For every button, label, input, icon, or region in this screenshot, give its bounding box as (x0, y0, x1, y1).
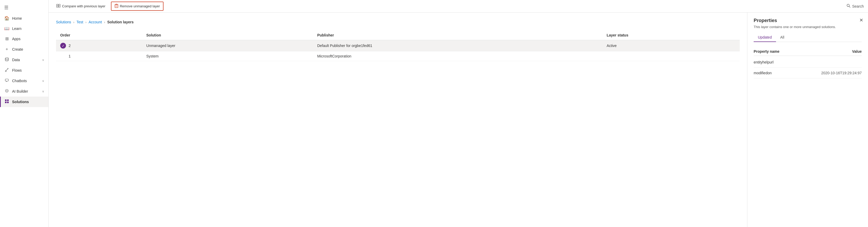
row2-order-val: 1 (69, 54, 71, 58)
properties-panel: ✕ Properties This layer contains one or … (747, 12, 868, 227)
home-icon: 🏠 (4, 16, 9, 21)
col-header-publisher: Publisher (313, 31, 602, 40)
solutions-icon (4, 99, 9, 105)
flows-icon (4, 68, 9, 73)
toolbar: Compare with previous layer Remove unman… (49, 0, 868, 12)
svg-rect-12 (115, 5, 118, 8)
sidebar-item-apps[interactable]: ⊞ Apps (0, 34, 49, 44)
sidebar-label-data: Data (12, 58, 20, 62)
chatbots-icon (4, 78, 9, 83)
breadcrumb-current: Solution layers (107, 20, 133, 24)
sidebar-label-home: Home (12, 16, 22, 21)
sidebar-item-home[interactable]: 🏠 Home (0, 13, 49, 23)
col-header-solution: Solution (142, 31, 313, 40)
learn-icon: 📖 (4, 26, 9, 31)
breadcrumb-test[interactable]: Test (76, 20, 83, 24)
col-header-order: Order (56, 31, 142, 40)
svg-rect-6 (5, 102, 7, 103)
compare-button[interactable]: Compare with previous layer (53, 2, 109, 10)
properties-close-button[interactable]: ✕ (858, 16, 864, 24)
remove-button[interactable]: Remove unmanaged layer (111, 2, 163, 11)
breadcrumb-solutions[interactable]: Solutions (56, 20, 71, 24)
sidebar-label-create: Create (12, 47, 23, 51)
table-row[interactable]: ✓ 2 Unmanaged layer Default Publisher fo… (56, 40, 740, 51)
svg-point-0 (5, 58, 8, 59)
sidebar-label-ai-builder: AI Builder (12, 89, 28, 93)
col-header-layer-status: Layer status (602, 31, 740, 40)
svg-point-16 (847, 4, 849, 7)
hamburger-icon[interactable]: ☰ (0, 2, 49, 13)
prop-col-value-header: Value (808, 49, 862, 53)
sidebar-label-solutions: Solutions (12, 100, 29, 104)
row1-solution: Unmanaged layer (142, 40, 313, 51)
row1-publisher: Default Publisher for orgbe1fed61 (313, 40, 602, 51)
row2-publisher: MicrosoftCorporation (313, 51, 602, 61)
compare-btn-label: Compare with previous layer (62, 4, 105, 8)
sidebar-item-learn[interactable]: 📖 Learn (0, 23, 49, 34)
content-area: Solutions › Test › Account › Solution la… (49, 12, 868, 227)
breadcrumb-account[interactable]: Account (89, 20, 102, 24)
chatbots-chevron-icon: ∨ (42, 79, 44, 83)
sidebar: ☰ 🏠 Home 📖 Learn ⊞ Apps ＋ Create Data ∨ … (0, 0, 49, 227)
svg-rect-5 (7, 100, 9, 101)
main-area: Compare with previous layer Remove unman… (49, 0, 868, 227)
row1-check-icon: ✓ (60, 43, 66, 48)
breadcrumb-sep-1: › (73, 20, 74, 24)
properties-title: Properties (754, 18, 862, 23)
ai-builder-icon (4, 89, 9, 94)
breadcrumb-sep-2: › (86, 20, 87, 24)
sidebar-item-data[interactable]: Data ∨ (0, 54, 49, 65)
breadcrumb-sep-3: › (104, 20, 105, 24)
create-icon: ＋ (4, 46, 9, 52)
search-label: Search (852, 4, 864, 8)
sidebar-label-flows: Flows (12, 68, 22, 72)
search-button[interactable]: Search (846, 4, 864, 9)
prop-col-name-header: Property name (754, 49, 808, 53)
row2-layer-status (602, 51, 740, 61)
data-chevron-icon: ∨ (42, 58, 44, 62)
tab-updated[interactable]: Updated (754, 33, 776, 42)
properties-subtitle: This layer contains one or more unmanage… (754, 25, 862, 29)
sidebar-label-learn: Learn (12, 27, 22, 31)
breadcrumb: Solutions › Test › Account › Solution la… (56, 20, 740, 24)
prop-row-modifiedon: modifiedon 2020-10-16T19:29:24:97 (754, 68, 862, 78)
sidebar-item-ai-builder[interactable]: AI Builder ∨ (0, 86, 49, 97)
properties-tabs: Updated All (754, 33, 862, 42)
compare-icon (56, 4, 60, 9)
sidebar-item-create[interactable]: ＋ Create (0, 44, 49, 54)
svg-rect-2 (5, 79, 8, 81)
svg-rect-4 (5, 100, 7, 101)
ai-builder-chevron-icon: ∨ (42, 90, 44, 93)
sidebar-label-chatbots: Chatbots (12, 79, 27, 83)
svg-point-3 (5, 89, 8, 92)
row2-order: 1 (56, 51, 142, 61)
main-panel: Solutions › Test › Account › Solution la… (49, 12, 747, 227)
table-row[interactable]: 1 System MicrosoftCorporation (56, 51, 740, 61)
prop-value-modifiedon: 2020-10-16T19:29:24:97 (808, 71, 862, 75)
prop-name-entityhelpurl: entityhelpurl (754, 60, 808, 64)
row1-order-val: 2 (69, 44, 71, 48)
apps-icon: ⊞ (4, 36, 9, 41)
solution-layers-table: Order Solution Publisher Layer status ✓ … (56, 31, 740, 61)
svg-line-17 (849, 6, 850, 8)
sidebar-item-solutions[interactable]: Solutions (0, 97, 49, 107)
property-table: Property name Value entityhelpurl modifi… (754, 47, 862, 78)
remove-btn-label: Remove unmanaged layer (120, 4, 160, 8)
prop-name-modifiedon: modifiedon (754, 71, 808, 75)
row2-solution: System (142, 51, 313, 61)
prop-value-entityhelpurl (808, 60, 862, 64)
row1-order: ✓ 2 (56, 40, 142, 51)
sidebar-item-flows[interactable]: Flows (0, 65, 49, 76)
svg-rect-7 (7, 102, 9, 103)
search-icon (846, 4, 851, 9)
sidebar-label-apps: Apps (12, 37, 21, 41)
row1-layer-status: Active (602, 40, 740, 51)
tab-all[interactable]: All (776, 33, 788, 42)
sidebar-item-chatbots[interactable]: Chatbots ∨ (0, 76, 49, 86)
prop-table-header: Property name Value (754, 47, 862, 56)
data-icon (4, 57, 9, 63)
prop-row-entityhelpurl: entityhelpurl (754, 57, 862, 68)
remove-icon (115, 4, 118, 9)
